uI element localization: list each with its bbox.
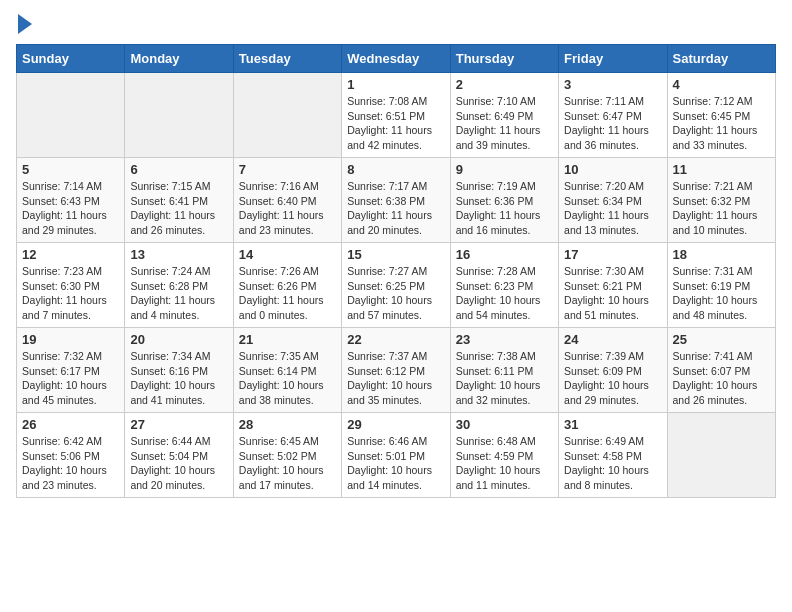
day-number: 6 <box>130 162 227 177</box>
calendar-cell: 17Sunrise: 7:30 AM Sunset: 6:21 PM Dayli… <box>559 243 667 328</box>
day-detail: Sunrise: 6:49 AM Sunset: 4:58 PM Dayligh… <box>564 434 661 493</box>
calendar-cell <box>667 413 775 498</box>
header-wednesday: Wednesday <box>342 45 450 73</box>
day-detail: Sunrise: 7:08 AM Sunset: 6:51 PM Dayligh… <box>347 94 444 153</box>
day-detail: Sunrise: 7:10 AM Sunset: 6:49 PM Dayligh… <box>456 94 553 153</box>
calendar-cell: 12Sunrise: 7:23 AM Sunset: 6:30 PM Dayli… <box>17 243 125 328</box>
day-number: 5 <box>22 162 119 177</box>
day-detail: Sunrise: 7:27 AM Sunset: 6:25 PM Dayligh… <box>347 264 444 323</box>
calendar-cell <box>233 73 341 158</box>
header-thursday: Thursday <box>450 45 558 73</box>
calendar-cell: 10Sunrise: 7:20 AM Sunset: 6:34 PM Dayli… <box>559 158 667 243</box>
calendar-cell: 16Sunrise: 7:28 AM Sunset: 6:23 PM Dayli… <box>450 243 558 328</box>
logo-arrow-icon <box>18 14 32 34</box>
calendar-cell: 5Sunrise: 7:14 AM Sunset: 6:43 PM Daylig… <box>17 158 125 243</box>
day-detail: Sunrise: 7:23 AM Sunset: 6:30 PM Dayligh… <box>22 264 119 323</box>
day-detail: Sunrise: 7:15 AM Sunset: 6:41 PM Dayligh… <box>130 179 227 238</box>
calendar-cell: 13Sunrise: 7:24 AM Sunset: 6:28 PM Dayli… <box>125 243 233 328</box>
day-number: 12 <box>22 247 119 262</box>
calendar-cell: 27Sunrise: 6:44 AM Sunset: 5:04 PM Dayli… <box>125 413 233 498</box>
day-number: 4 <box>673 77 770 92</box>
day-detail: Sunrise: 7:11 AM Sunset: 6:47 PM Dayligh… <box>564 94 661 153</box>
day-number: 16 <box>456 247 553 262</box>
day-number: 22 <box>347 332 444 347</box>
day-detail: Sunrise: 7:30 AM Sunset: 6:21 PM Dayligh… <box>564 264 661 323</box>
calendar-cell: 23Sunrise: 7:38 AM Sunset: 6:11 PM Dayli… <box>450 328 558 413</box>
calendar-cell: 19Sunrise: 7:32 AM Sunset: 6:17 PM Dayli… <box>17 328 125 413</box>
calendar-week-2: 5Sunrise: 7:14 AM Sunset: 6:43 PM Daylig… <box>17 158 776 243</box>
day-detail: Sunrise: 7:38 AM Sunset: 6:11 PM Dayligh… <box>456 349 553 408</box>
day-detail: Sunrise: 6:46 AM Sunset: 5:01 PM Dayligh… <box>347 434 444 493</box>
day-detail: Sunrise: 7:37 AM Sunset: 6:12 PM Dayligh… <box>347 349 444 408</box>
day-detail: Sunrise: 7:41 AM Sunset: 6:07 PM Dayligh… <box>673 349 770 408</box>
header-saturday: Saturday <box>667 45 775 73</box>
day-detail: Sunrise: 7:35 AM Sunset: 6:14 PM Dayligh… <box>239 349 336 408</box>
logo <box>16 16 32 34</box>
calendar-cell: 25Sunrise: 7:41 AM Sunset: 6:07 PM Dayli… <box>667 328 775 413</box>
day-number: 7 <box>239 162 336 177</box>
calendar-cell: 1Sunrise: 7:08 AM Sunset: 6:51 PM Daylig… <box>342 73 450 158</box>
day-detail: Sunrise: 6:48 AM Sunset: 4:59 PM Dayligh… <box>456 434 553 493</box>
day-number: 2 <box>456 77 553 92</box>
day-number: 10 <box>564 162 661 177</box>
calendar-cell: 31Sunrise: 6:49 AM Sunset: 4:58 PM Dayli… <box>559 413 667 498</box>
day-number: 13 <box>130 247 227 262</box>
day-detail: Sunrise: 7:39 AM Sunset: 6:09 PM Dayligh… <box>564 349 661 408</box>
day-number: 25 <box>673 332 770 347</box>
day-detail: Sunrise: 7:24 AM Sunset: 6:28 PM Dayligh… <box>130 264 227 323</box>
day-detail: Sunrise: 7:17 AM Sunset: 6:38 PM Dayligh… <box>347 179 444 238</box>
day-number: 28 <box>239 417 336 432</box>
calendar-cell <box>125 73 233 158</box>
calendar-cell: 26Sunrise: 6:42 AM Sunset: 5:06 PM Dayli… <box>17 413 125 498</box>
day-number: 15 <box>347 247 444 262</box>
day-detail: Sunrise: 6:44 AM Sunset: 5:04 PM Dayligh… <box>130 434 227 493</box>
day-number: 14 <box>239 247 336 262</box>
calendar-week-3: 12Sunrise: 7:23 AM Sunset: 6:30 PM Dayli… <box>17 243 776 328</box>
header-sunday: Sunday <box>17 45 125 73</box>
day-detail: Sunrise: 7:26 AM Sunset: 6:26 PM Dayligh… <box>239 264 336 323</box>
day-detail: Sunrise: 7:28 AM Sunset: 6:23 PM Dayligh… <box>456 264 553 323</box>
day-detail: Sunrise: 7:32 AM Sunset: 6:17 PM Dayligh… <box>22 349 119 408</box>
day-detail: Sunrise: 7:16 AM Sunset: 6:40 PM Dayligh… <box>239 179 336 238</box>
day-detail: Sunrise: 7:20 AM Sunset: 6:34 PM Dayligh… <box>564 179 661 238</box>
calendar-cell: 18Sunrise: 7:31 AM Sunset: 6:19 PM Dayli… <box>667 243 775 328</box>
day-detail: Sunrise: 7:31 AM Sunset: 6:19 PM Dayligh… <box>673 264 770 323</box>
calendar-week-1: 1Sunrise: 7:08 AM Sunset: 6:51 PM Daylig… <box>17 73 776 158</box>
day-detail: Sunrise: 6:45 AM Sunset: 5:02 PM Dayligh… <box>239 434 336 493</box>
day-detail: Sunrise: 7:12 AM Sunset: 6:45 PM Dayligh… <box>673 94 770 153</box>
day-number: 3 <box>564 77 661 92</box>
calendar-table: SundayMondayTuesdayWednesdayThursdayFrid… <box>16 44 776 498</box>
calendar-cell: 21Sunrise: 7:35 AM Sunset: 6:14 PM Dayli… <box>233 328 341 413</box>
day-number: 17 <box>564 247 661 262</box>
day-number: 18 <box>673 247 770 262</box>
day-number: 31 <box>564 417 661 432</box>
page-header <box>16 16 776 34</box>
calendar-cell: 8Sunrise: 7:17 AM Sunset: 6:38 PM Daylig… <box>342 158 450 243</box>
day-number: 24 <box>564 332 661 347</box>
calendar-cell: 20Sunrise: 7:34 AM Sunset: 6:16 PM Dayli… <box>125 328 233 413</box>
day-number: 9 <box>456 162 553 177</box>
calendar-cell: 7Sunrise: 7:16 AM Sunset: 6:40 PM Daylig… <box>233 158 341 243</box>
day-number: 1 <box>347 77 444 92</box>
day-number: 23 <box>456 332 553 347</box>
calendar-cell: 22Sunrise: 7:37 AM Sunset: 6:12 PM Dayli… <box>342 328 450 413</box>
day-detail: Sunrise: 6:42 AM Sunset: 5:06 PM Dayligh… <box>22 434 119 493</box>
day-number: 27 <box>130 417 227 432</box>
day-number: 11 <box>673 162 770 177</box>
calendar-cell: 30Sunrise: 6:48 AM Sunset: 4:59 PM Dayli… <box>450 413 558 498</box>
day-number: 26 <box>22 417 119 432</box>
calendar-cell: 15Sunrise: 7:27 AM Sunset: 6:25 PM Dayli… <box>342 243 450 328</box>
day-detail: Sunrise: 7:21 AM Sunset: 6:32 PM Dayligh… <box>673 179 770 238</box>
day-number: 21 <box>239 332 336 347</box>
header-tuesday: Tuesday <box>233 45 341 73</box>
header-monday: Monday <box>125 45 233 73</box>
day-number: 20 <box>130 332 227 347</box>
calendar-cell: 6Sunrise: 7:15 AM Sunset: 6:41 PM Daylig… <box>125 158 233 243</box>
day-number: 29 <box>347 417 444 432</box>
day-detail: Sunrise: 7:19 AM Sunset: 6:36 PM Dayligh… <box>456 179 553 238</box>
calendar-cell: 14Sunrise: 7:26 AM Sunset: 6:26 PM Dayli… <box>233 243 341 328</box>
calendar-cell: 3Sunrise: 7:11 AM Sunset: 6:47 PM Daylig… <box>559 73 667 158</box>
calendar-cell: 24Sunrise: 7:39 AM Sunset: 6:09 PM Dayli… <box>559 328 667 413</box>
day-number: 8 <box>347 162 444 177</box>
calendar-cell: 4Sunrise: 7:12 AM Sunset: 6:45 PM Daylig… <box>667 73 775 158</box>
